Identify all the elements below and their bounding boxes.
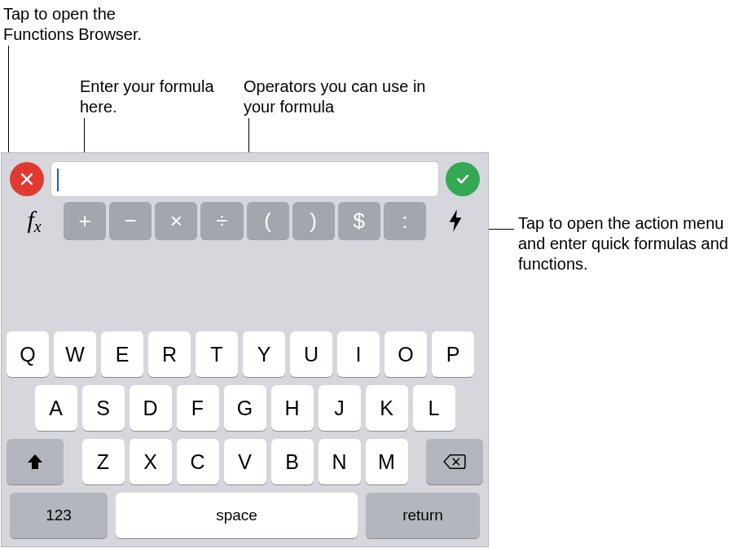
formula-input[interactable] [51,161,439,197]
key-row-3-letters: ZXCVBNM [68,439,421,484]
letter-key[interactable]: U [290,331,332,377]
close-icon [19,171,35,187]
callout-operators: Operators you can use in your formula [244,77,447,117]
delete-key[interactable] [426,439,483,484]
operator-key[interactable]: − [109,202,152,239]
callout-functions-browser: Tap to open the Functions Browser. [3,4,191,45]
letter-key[interactable]: Q [7,331,49,377]
letter-key[interactable]: C [177,439,219,484]
letter-key[interactable]: X [130,439,172,484]
key-row-bottom: 123 space return [7,493,483,538]
accept-button[interactable] [446,162,480,196]
operator-key[interactable]: + [64,202,106,239]
letter-key[interactable]: R [148,331,191,377]
operator-key[interactable]: ÷ [200,202,243,239]
letter-key[interactable]: P [432,331,474,377]
operator-key[interactable]: : [384,202,426,239]
letter-key[interactable]: Y [243,331,285,377]
letter-key[interactable]: J [319,385,361,431]
letter-key[interactable]: S [82,385,125,431]
functions-browser-button[interactable]: fx [10,202,59,239]
operator-key[interactable]: $ [338,202,380,239]
letter-key[interactable]: B [271,439,314,484]
formula-keyboard: fx +−×÷()$: QWERTYUIOP ASDFGHJKL ZXCVBNM [1,152,489,547]
letter-key[interactable]: E [101,331,143,377]
operator-key[interactable]: ( [247,202,289,239]
letter-key[interactable]: I [337,331,380,377]
key-row-1: QWERTYUIOP [7,331,483,377]
check-icon [455,171,471,187]
shift-icon [25,452,45,471]
letter-key[interactable]: V [224,439,266,484]
text-caret [57,169,59,191]
key-row-3: ZXCVBNM [7,439,483,484]
return-key[interactable]: return [366,493,480,538]
callout-formula-field: Enter your formula here. [80,77,218,117]
action-menu-button[interactable] [431,202,480,239]
numeric-switch-key[interactable]: 123 [10,493,108,538]
key-row-2: ASDFGHJKL [7,385,483,431]
letter-key[interactable]: Z [82,439,125,484]
letter-key[interactable]: G [224,385,266,431]
space-key[interactable]: space [116,493,358,538]
letter-key[interactable]: A [35,385,77,431]
letter-key[interactable]: F [177,385,219,431]
formula-bar [2,153,488,202]
cancel-button[interactable] [10,162,44,196]
operator-strip: +−×÷()$: [64,202,426,239]
letter-key[interactable]: L [413,385,455,431]
bolt-icon [446,208,464,233]
callout-action-menu: Tap to open the action menu and enter qu… [518,213,746,274]
letter-key[interactable]: T [196,331,238,377]
letter-key[interactable]: H [271,385,314,431]
shift-key[interactable] [7,439,64,484]
letter-key[interactable]: K [366,385,408,431]
formula-tool-row: fx +−×÷()$: [2,202,488,244]
letter-key[interactable]: W [54,331,96,377]
letter-key[interactable]: O [385,331,427,377]
operator-key[interactable]: ) [292,202,335,239]
delete-icon [443,453,466,471]
letter-key[interactable]: D [130,385,172,431]
fx-icon: fx [27,206,41,236]
letter-key[interactable]: N [319,439,361,484]
letter-key[interactable]: M [366,439,408,484]
operator-key[interactable]: × [155,202,197,239]
